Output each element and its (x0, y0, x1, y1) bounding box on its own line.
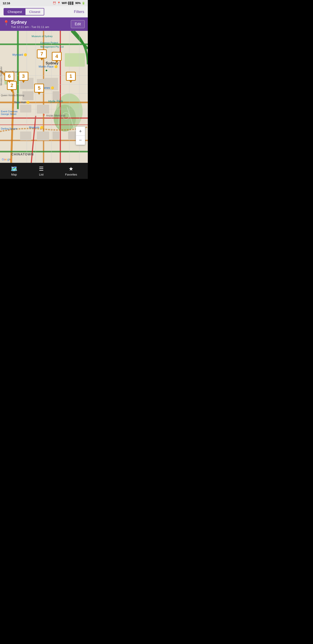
svg-rect-30 (22, 91, 33, 100)
map-container[interactable]: Museum of Sydney Essence Project Managem… (0, 31, 88, 163)
zoom-controls: + − (76, 126, 85, 145)
sort-toggle: Cheapest Closest (3, 8, 44, 16)
status-time: 12:16 (3, 2, 10, 5)
location-name: Sydney (11, 20, 49, 25)
svg-rect-31 (45, 78, 58, 90)
location-bar: 📍 Sydney Tue 12:11 am - Tue 01:11 am Edi… (0, 18, 88, 31)
svg-rect-32 (52, 91, 59, 100)
svg-rect-36 (20, 132, 31, 140)
star-icon: ★ (69, 166, 73, 172)
marker-box-1[interactable]: 1 (66, 72, 76, 81)
top-nav: Cheapest Closest Filters (0, 6, 88, 18)
map-icon: 🗺️ (11, 166, 17, 172)
nav-favorites[interactable]: ★ Favorites (61, 165, 81, 177)
cheapest-button[interactable]: Cheapest (4, 8, 25, 15)
alarm-icon: ⏰ (53, 2, 56, 5)
marker-pin-1 (69, 81, 72, 83)
location-info: 📍 Sydney Tue 12:11 am - Tue 01:11 am (3, 20, 49, 28)
closest-button[interactable]: Closest (25, 8, 44, 15)
marker-box-5[interactable]: 5 (34, 84, 44, 92)
wifi-icon: WiFi (62, 2, 67, 5)
bottom-nav: 🗺️ Map ☰ List ★ Favorites (0, 163, 88, 179)
google-g-red2: e (9, 158, 11, 161)
google-logo: Google (2, 158, 11, 161)
marker-box-4[interactable]: 4 (52, 52, 62, 61)
marker-pin-7 (40, 58, 43, 60)
marker-1[interactable]: 1 (66, 72, 76, 83)
svg-rect-4 (65, 53, 85, 67)
marker-box-7[interactable]: 7 (37, 50, 47, 58)
signal-icon: ▌▌▌ (68, 2, 74, 5)
svg-rect-37 (52, 132, 59, 139)
location-details: Sydney Tue 12:11 am - Tue 01:11 am (11, 20, 49, 28)
svg-rect-35 (37, 132, 49, 140)
list-icon: ☰ (39, 166, 44, 172)
marker-7[interactable]: 7 (37, 50, 47, 60)
google-g-yellow: o (5, 158, 7, 161)
marker-6[interactable]: 6 (4, 72, 14, 83)
edit-button[interactable]: Edit (71, 20, 85, 28)
nav-favorites-label: Favorites (65, 173, 77, 176)
svg-rect-34 (20, 105, 31, 112)
location-icon: 📍 (57, 2, 60, 5)
marker-box-6[interactable]: 6 (4, 72, 14, 81)
svg-rect-33 (37, 105, 49, 114)
google-g-blue2: g (7, 158, 9, 161)
nav-map-label: Map (11, 173, 17, 176)
marker-box-3[interactable]: 3 (18, 72, 28, 81)
marker-pin-5 (38, 92, 40, 95)
nav-list[interactable]: ☰ List (34, 165, 48, 177)
battery-level: 90% (75, 2, 81, 5)
marker-pin-6 (8, 81, 11, 83)
nav-map[interactable]: 🗺️ Map (6, 165, 22, 177)
zoom-out-button[interactable]: − (76, 136, 85, 145)
marker-5[interactable]: 5 (34, 84, 44, 95)
battery-icon: 🔋 (82, 2, 85, 5)
status-bar: 12:16 ⏰ 📍 WiFi ▌▌▌ 90% 🔋 (0, 0, 88, 6)
filters-button[interactable]: Filters (74, 10, 84, 14)
chinatown-label: CHINATOWN (11, 152, 34, 156)
marker-4[interactable]: 4 (52, 52, 62, 63)
zoom-in-button[interactable]: + (76, 127, 85, 136)
marker-pin-3 (22, 81, 25, 83)
location-pin-icon: 📍 (3, 20, 9, 26)
marker-pin-2 (10, 90, 13, 92)
status-icons: ⏰ 📍 WiFi ▌▌▌ 90% 🔋 (53, 2, 85, 5)
marker-pin-4 (55, 61, 58, 63)
location-time: Tue 12:11 am - Tue 01:11 am (11, 25, 49, 28)
marker-3[interactable]: 3 (18, 72, 28, 83)
google-g-blue: G (2, 158, 4, 161)
nav-list-label: List (39, 173, 43, 176)
